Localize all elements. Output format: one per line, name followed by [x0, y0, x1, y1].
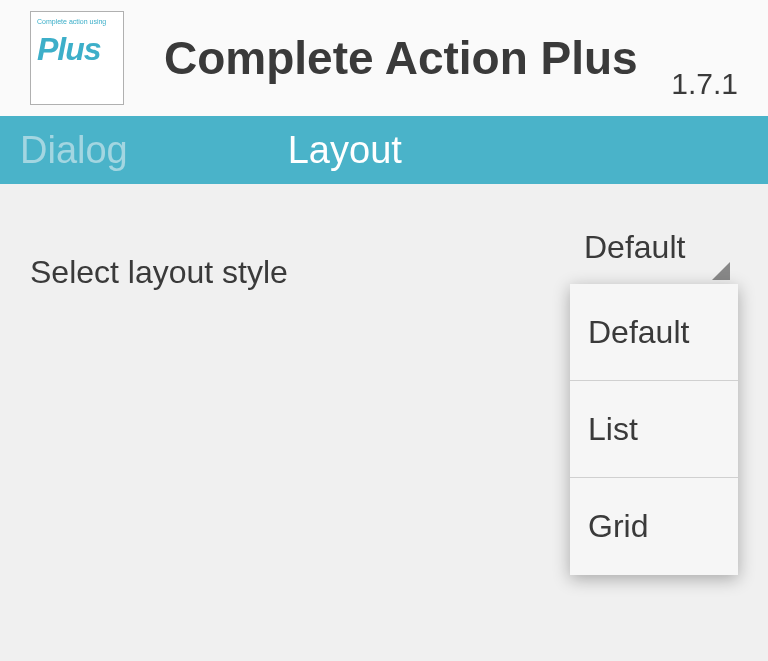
app-version: 1.7.1: [671, 67, 738, 101]
dropdown-arrow-icon: [712, 262, 730, 280]
dropdown-option-grid[interactable]: Grid: [570, 478, 738, 575]
spinner-selected-value: Default: [584, 229, 685, 266]
dropdown-option-list[interactable]: List: [570, 381, 738, 478]
app-icon: Complete action using Plus: [30, 11, 124, 105]
app-title: Complete Action Plus: [164, 31, 738, 85]
dropdown-option-default[interactable]: Default: [570, 284, 738, 381]
app-icon-toptext: Complete action using: [37, 18, 106, 25]
app-header: Complete action using Plus Complete Acti…: [0, 0, 768, 116]
layout-style-dropdown: Default List Grid: [570, 284, 738, 575]
content-area: Select layout style Default Default List…: [0, 184, 768, 661]
tab-layout[interactable]: Layout: [288, 129, 402, 172]
tab-bar: Dialog Layout: [0, 116, 768, 184]
layout-style-spinner[interactable]: Default: [570, 214, 730, 280]
setting-label: Select layout style: [30, 254, 288, 291]
tab-dialog[interactable]: Dialog: [0, 129, 148, 172]
app-icon-logo: Plus: [37, 33, 101, 65]
